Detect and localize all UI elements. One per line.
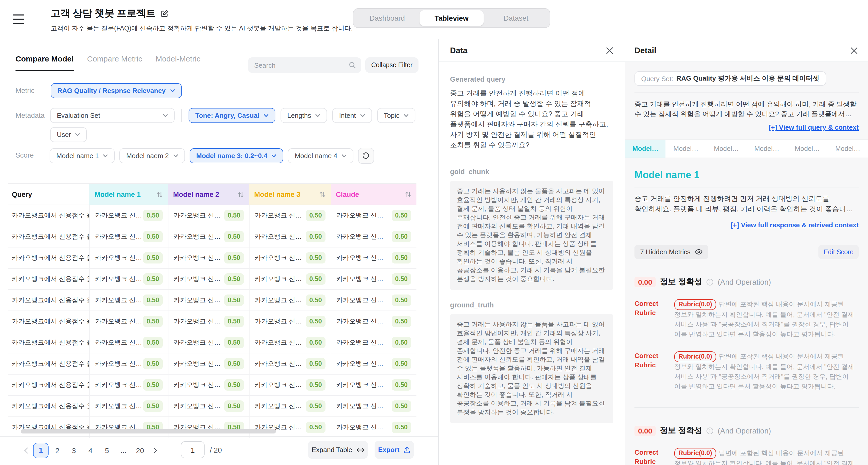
- table-row[interactable]: 카카오뱅크에서 신용점수 올…카카오뱅크 신…0.50카카오뱅크 신…0.50카…: [8, 247, 416, 269]
- hidden-metrics-label: 7 Hidden Metrics: [640, 248, 690, 256]
- query-cell: 카카오뱅크에서 신용점수 올…: [8, 269, 89, 289]
- view-tab-dashboard[interactable]: Dashboard: [355, 10, 419, 26]
- filter-evaluation-set[interactable]: Evaluation Set: [50, 108, 175, 123]
- answer-text: 카카오뱅크 신…: [336, 338, 383, 347]
- rubric-description: Rubric(0.0)답변에 포함된 핵심 내용이 문서에서 제공된 정보와 일…: [674, 299, 859, 339]
- table-row[interactable]: 카카오뱅크에서 신용점수 올…카카오뱅크 신…0.50카카오뱅크 신…0.50카…: [8, 311, 416, 332]
- score-badge: 0.50: [306, 337, 326, 348]
- page-button-20[interactable]: 20: [132, 443, 148, 458]
- collapse-filter-button[interactable]: Collapse Filter: [365, 57, 418, 73]
- column-header-model-name-1[interactable]: Model name 1: [89, 184, 168, 205]
- answer-text: 카카오뱅크 신…: [174, 359, 221, 368]
- table-row[interactable]: 카카오뱅크에서 신용점수 올…카카오뱅크 신…0.50카카오뱅크 신…0.50카…: [8, 375, 416, 396]
- metric-name: 정보 정확성: [660, 425, 703, 436]
- score-badge: 0.50: [392, 316, 411, 327]
- model-tab-3[interactable]: Model…: [706, 140, 747, 158]
- table-header-row: QueryModel name 1Model name 2Model name …: [8, 183, 416, 205]
- filter-tone-angry-casual[interactable]: Tone: Angry, Casual: [189, 108, 275, 123]
- column-header-claude[interactable]: Claude: [331, 184, 416, 205]
- metric-header: 0.00정보 정확성(And Operation): [634, 276, 859, 287]
- metric-dropdown[interactable]: RAG Quality / Respnse Relevancy: [51, 83, 182, 98]
- metric-block: 0.00정보 정확성(And Operation)Correct RubricR…: [634, 425, 859, 465]
- reset-filters-button[interactable]: [358, 148, 374, 164]
- answer-text: 카카오뱅크 신…: [336, 380, 383, 389]
- view-full-response-link[interactable]: [+] View full response & retrived contex…: [731, 221, 859, 229]
- page-button-5[interactable]: 5: [99, 443, 115, 458]
- filter-topic[interactable]: Topic: [377, 108, 416, 123]
- model-answer-cell: 카카오뱅크 신…0.50: [168, 332, 249, 353]
- reset-icon: [363, 152, 370, 159]
- score-badge: 0.50: [143, 316, 163, 327]
- table-row[interactable]: 카카오뱅크에서 신용점수 올…카카오뱅크 신…0.50카카오뱅크 신…0.50카…: [8, 290, 416, 311]
- page-button-1[interactable]: 1: [33, 443, 49, 458]
- answer-text: 카카오뱅크 신…: [255, 317, 302, 326]
- model-tab-2[interactable]: Model…: [666, 140, 706, 158]
- page-button-4[interactable]: 4: [83, 443, 98, 458]
- close-icon[interactable]: [850, 47, 858, 54]
- close-icon[interactable]: [606, 47, 613, 54]
- model-answer-cell: 카카오뱅크 신…0.50: [249, 226, 331, 247]
- model-answer-cell: 카카오뱅크 신…0.50: [89, 247, 168, 268]
- menu-icon[interactable]: [13, 14, 24, 24]
- model-tab-1[interactable]: Model…: [625, 140, 666, 158]
- view-full-query-link[interactable]: [+] View full query & context: [769, 123, 859, 131]
- page-button-2[interactable]: 2: [50, 443, 65, 458]
- horizontal-scrollbar[interactable]: [21, 429, 276, 433]
- filter-lengths[interactable]: Lengths: [281, 108, 327, 123]
- score-filter-model-naem-2[interactable]: Model naem 2: [120, 148, 185, 163]
- metric-block: 0.00정보 정확성(And Operation)Correct RubricR…: [634, 276, 859, 392]
- table-row[interactable]: 카카오뱅크에서 신용점수 올…카카오뱅크 신…0.50카카오뱅크 신…0.50카…: [8, 269, 416, 290]
- view-tab-tableview[interactable]: Tableview: [419, 10, 484, 26]
- answer-text: 카카오뱅크 신…: [95, 211, 142, 220]
- score-filter-model-name-4[interactable]: Model name 4: [288, 148, 353, 163]
- score-filter-model-name-3-0-2-0-4[interactable]: Model name 3: 0.2~0.4: [190, 148, 283, 163]
- table-row[interactable]: 카카오뱅크에서 신용점수 올…카카오뱅크 신…0.50카카오뱅크 신…0.50카…: [8, 417, 416, 438]
- query-cell: 카카오뱅크에서 신용점수 올…: [8, 353, 89, 374]
- score-badge: 0.50: [306, 379, 326, 391]
- answer-text: 카카오뱅크 신…: [255, 275, 302, 283]
- page-button-item[interactable]: ...: [116, 443, 131, 458]
- hidden-metrics-button[interactable]: 7 Hidden Metrics: [634, 245, 708, 259]
- column-header-model-name-2[interactable]: Model name 2: [168, 184, 249, 205]
- next-page-icon[interactable]: [149, 447, 161, 454]
- edit-score-button[interactable]: Edit Score: [819, 245, 859, 259]
- filter-intent[interactable]: Intent: [333, 108, 372, 123]
- score-filter-model-name-1[interactable]: Model name 1: [50, 148, 115, 163]
- divider: [181, 109, 182, 122]
- table-row[interactable]: 카카오뱅크에서 신용점수 올…카카오뱅크 신…0.50카카오뱅크 신…0.50카…: [8, 205, 416, 226]
- tab-model-metric[interactable]: Model-Metric: [156, 54, 200, 71]
- table-view-main: Compare ModelCompare MetricModel-Metric …: [0, 39, 438, 465]
- data-section-gold-chunk: gold_chunk중고 거래는 사용하지 않는 물품을 사고파는 데 있어 효…: [450, 168, 613, 290]
- expand-table-button[interactable]: Expand Table: [308, 441, 368, 459]
- model-tab-6[interactable]: Model…: [828, 140, 868, 158]
- rubric-description: Rubric(0.0)답변에 포함된 핵심 내용이 문서에서 제공된 정보와 일…: [674, 448, 859, 465]
- table-row[interactable]: 카카오뱅크에서 신용점수 올…카카오뱅크 신…0.50카카오뱅크 신…0.50카…: [8, 332, 416, 353]
- column-header-model-name-3[interactable]: Model name 3: [249, 184, 331, 205]
- filter-user[interactable]: User: [50, 127, 87, 142]
- tab-compare-model[interactable]: Compare Model: [16, 54, 74, 71]
- model-tab-5[interactable]: Model…: [787, 140, 828, 158]
- page-button-3[interactable]: 3: [66, 443, 82, 458]
- search-input[interactable]: [253, 61, 349, 69]
- query-cell: 카카오뱅크에서 신용점수 올…: [8, 396, 89, 416]
- model-answer-cell: 카카오뱅크 신…0.50: [331, 396, 416, 416]
- tab-compare-metric[interactable]: Compare Metric: [87, 54, 142, 71]
- table-row[interactable]: 카카오뱅크에서 신용점수 올…카카오뱅크 신…0.50카카오뱅크 신…0.50카…: [8, 226, 416, 247]
- view-tab-dataset[interactable]: Dataset: [484, 10, 548, 26]
- model-answer-cell: 카카오뱅크 신…0.50: [249, 269, 331, 289]
- model-tab-4[interactable]: Model…: [747, 140, 787, 158]
- export-button[interactable]: Export: [375, 441, 414, 459]
- page-input[interactable]: [181, 441, 205, 458]
- answer-text: 카카오뱅크 신…: [174, 275, 221, 283]
- table-row[interactable]: 카카오뱅크에서 신용점수 올…카카오뱅크 신…0.50카카오뱅크 신…0.50카…: [8, 353, 416, 375]
- score-badge: 0.50: [392, 422, 411, 433]
- answer-text: 카카오뱅크 신…: [336, 296, 383, 305]
- previous-page-icon[interactable]: [20, 447, 32, 454]
- model-answer-cell: 카카오뱅크 신…0.50: [249, 205, 331, 226]
- table-row[interactable]: 카카오뱅크에서 신용점수 올…카카오뱅크 신…0.50카카오뱅크 신…0.50카…: [8, 396, 416, 417]
- score-badge: 0.50: [306, 422, 326, 433]
- metric-filter: RAG Quality / Respnse Relevancy: [51, 83, 182, 98]
- model-answer-cell: 카카오뱅크 신…0.50: [331, 247, 416, 268]
- divider: [634, 92, 859, 93]
- edit-icon[interactable]: [161, 9, 169, 18]
